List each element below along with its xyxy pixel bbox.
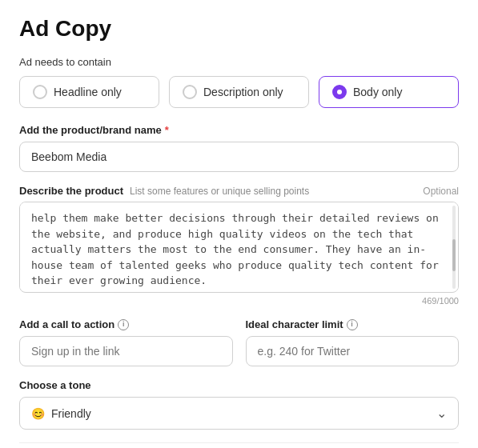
- char-count: 469/1000: [19, 296, 459, 306]
- describe-label-left: Describe the product List some features …: [19, 185, 309, 197]
- product-brand-label: Add the product/brand name *: [19, 124, 459, 136]
- tone-select-display[interactable]: 😊 Friendly ⌄: [19, 397, 459, 430]
- radio-circle-description: [183, 85, 197, 99]
- character-limit-label: Ideal character limit i: [246, 318, 460, 330]
- tone-emoji: 😊: [31, 407, 45, 420]
- radio-label-body: Body only: [353, 86, 402, 98]
- product-brand-input[interactable]: [19, 142, 459, 172]
- tone-label: Choose a tone: [19, 379, 459, 391]
- product-brand-group: Add the product/brand name *: [19, 124, 459, 172]
- describe-label-row: Describe the product List some features …: [19, 185, 459, 197]
- describe-product-section: Describe the product List some features …: [19, 185, 459, 306]
- call-to-action-info-icon[interactable]: i: [118, 319, 129, 330]
- radio-option-description[interactable]: Description only: [169, 76, 309, 108]
- scrollbar-track: [452, 206, 456, 289]
- call-to-action-input[interactable]: [19, 336, 233, 366]
- optional-label: Optional: [423, 186, 459, 197]
- radio-option-body[interactable]: Body only: [319, 76, 459, 108]
- call-to-action-label: Add a call to action i: [19, 318, 233, 330]
- radio-circle-body: [332, 85, 347, 99]
- character-limit-info-icon[interactable]: i: [347, 319, 358, 330]
- describe-label: Describe the product: [19, 185, 123, 197]
- character-limit-input[interactable]: [246, 336, 460, 366]
- scrollbar-thumb: [452, 239, 456, 271]
- character-limit-group: Ideal character limit i: [246, 318, 460, 366]
- call-to-action-group: Add a call to action i: [19, 318, 233, 366]
- describe-textarea-wrapper: help them make better decisions through …: [19, 202, 459, 293]
- radio-circle-headline: [33, 85, 47, 99]
- describe-textarea[interactable]: help them make better decisions through …: [20, 202, 458, 289]
- tone-section: Choose a tone 😊 Friendly ⌄: [19, 379, 459, 430]
- tone-text: Friendly: [51, 407, 91, 420]
- radio-label-headline: Headline only: [54, 86, 122, 98]
- two-col-row: Add a call to action i Ideal character l…: [19, 318, 459, 366]
- page-title: Ad Copy: [19, 16, 459, 42]
- ad-needs-label: Ad needs to contain: [19, 56, 459, 68]
- tone-select-wrapper: 😊 Friendly ⌄: [19, 397, 459, 430]
- radio-label-description: Description only: [203, 86, 283, 98]
- tone-select-left: 😊 Friendly: [31, 407, 91, 420]
- required-star: *: [165, 124, 169, 136]
- radio-option-headline[interactable]: Headline only: [19, 76, 159, 108]
- describe-hint: List some features or unique selling poi…: [130, 186, 309, 197]
- chevron-down-icon: ⌄: [436, 406, 447, 421]
- radio-group: Headline only Description only Body only: [19, 76, 459, 108]
- divider: [19, 442, 459, 443]
